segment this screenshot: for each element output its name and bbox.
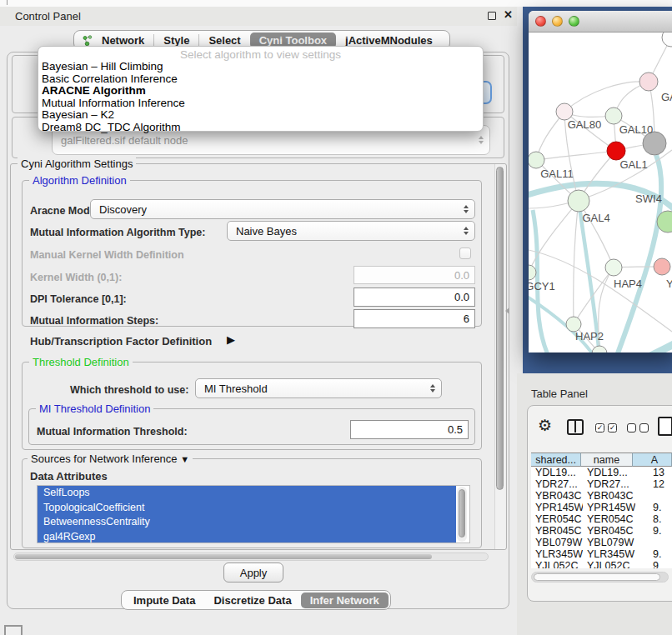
table-row[interactable]: YBL079W YBL079W bbox=[531, 537, 672, 548]
table-settings-gear-icon[interactable]: ⚙ bbox=[538, 418, 552, 434]
network-data-value: galFiltered.sif default node bbox=[61, 134, 188, 147]
mi-threshold-label: Mutual Information Threshold: bbox=[37, 426, 188, 438]
node-label: HAP4 bbox=[614, 278, 642, 290]
node-gal80[interactable] bbox=[556, 103, 573, 120]
data-attributes-label: Data Attributes bbox=[30, 470, 108, 482]
table-hscrollbar-thumb[interactable] bbox=[534, 573, 660, 581]
dpi-tolerance-label: DPI Tolerance [0,1]: bbox=[30, 293, 127, 306]
manual-kernel-checkbox[interactable] bbox=[459, 248, 471, 259]
tab-infer-network[interactable]: Infer Network bbox=[301, 592, 389, 608]
network-window-titlebar[interactable] bbox=[529, 11, 672, 32]
table-row[interactable]: YDL19... YDL19... 13 bbox=[531, 467, 672, 478]
node-gal-pink[interactable] bbox=[639, 72, 658, 91]
dropdown-item[interactable]: Bayesian – K2 bbox=[38, 109, 483, 122]
tab-discretize-data[interactable]: Discretize Data bbox=[204, 592, 300, 608]
node-label: GAL4 bbox=[582, 212, 609, 224]
select-all-columns-icon[interactable]: ✓ bbox=[595, 423, 604, 432]
node-label: HAP2 bbox=[575, 330, 604, 342]
column-header-shared[interactable]: shared... bbox=[531, 452, 581, 467]
hub-expand-icon[interactable]: ▶ bbox=[227, 333, 235, 346]
node-label: Y bbox=[666, 278, 672, 290]
table-row[interactable]: YPR145W YPR145W 9. bbox=[531, 502, 672, 513]
node-gal1[interactable] bbox=[607, 142, 625, 160]
window-zoom-button[interactable] bbox=[569, 16, 579, 27]
kernel-width-label: Kernel Width (0,1): bbox=[30, 272, 122, 284]
dropdown-item[interactable]: Dream8 DC_TDC Algorithm bbox=[38, 122, 483, 134]
table-row[interactable]: YBR043C YBR043C bbox=[531, 490, 672, 502]
top-strip bbox=[0, 0, 672, 7]
mi-threshold-input[interactable]: 0.5 bbox=[350, 420, 469, 439]
deselect-all-columns-icon[interactable] bbox=[627, 423, 636, 432]
network-tab-icon bbox=[83, 35, 93, 47]
dropdown-item-selected[interactable]: ARACNE Algorithm bbox=[38, 85, 483, 98]
dropdown-item[interactable]: Mutual Information Inference bbox=[38, 98, 483, 110]
column-header-name[interactable]: name bbox=[581, 452, 632, 467]
node-gal11[interactable] bbox=[529, 152, 544, 168]
node-hap4[interactable] bbox=[605, 259, 622, 276]
spinner-arrows-icon bbox=[464, 205, 469, 213]
data-attributes-list: SelfLoops TopologicalCoefficient Between… bbox=[37, 485, 470, 543]
table-header: shared... name A bbox=[531, 452, 672, 467]
attributes-list-vscrollbar-thumb[interactable] bbox=[459, 489, 465, 538]
node-gal10[interactable] bbox=[605, 108, 622, 124]
mi-type-select[interactable]: Naive Bayes bbox=[227, 221, 475, 241]
settings-hscrollbar-thumb[interactable] bbox=[15, 554, 432, 559]
float-panel-icon[interactable] bbox=[488, 12, 496, 20]
column-header-partial[interactable]: A bbox=[633, 452, 672, 467]
table-row[interactable]: YBR045C YBR045C 9. bbox=[531, 525, 672, 537]
network-node-labels: GAL GAL80 GAL10 GAL1 GAL11 GAL4 SWI4 HAP… bbox=[529, 91, 672, 342]
new-table-file-icon[interactable] bbox=[658, 417, 672, 436]
split-columns-icon[interactable] bbox=[567, 419, 584, 435]
hub-definition-label[interactable]: Hub/Transcription Factor Definition bbox=[30, 335, 212, 348]
list-item-topologicalcoefficient[interactable]: TopologicalCoefficient bbox=[38, 501, 456, 516]
dropdown-item[interactable]: Basic Correlation Inference bbox=[38, 73, 483, 86]
control-panel: Control Panel ✕ Network Style Select bbox=[0, 7, 517, 635]
threshold-definition-title: Threshold Definition bbox=[29, 356, 133, 368]
splitter-collapse-icon[interactable] bbox=[505, 308, 509, 314]
list-item-selfloops[interactable]: SelfLoops bbox=[38, 486, 456, 501]
dpi-tolerance-input[interactable]: 0.0 bbox=[354, 288, 475, 307]
window-minimize-button[interactable] bbox=[552, 16, 563, 27]
node-label: GAL11 bbox=[540, 168, 574, 180]
which-threshold-select[interactable]: MI Threshold bbox=[195, 378, 442, 398]
table-row[interactable]: YLR345W YLR345W 9. bbox=[531, 548, 672, 560]
node-salmon[interactable] bbox=[654, 258, 670, 275]
deselect-all-columns-icon-2[interactable] bbox=[639, 423, 649, 432]
control-panel-title: Control Panel bbox=[15, 10, 81, 22]
sources-title: Sources for Network Inference bbox=[31, 452, 178, 465]
list-item-betweennesscentrality[interactable]: BetweennessCentrality bbox=[38, 515, 456, 530]
algorithm-dropdown-placeholder: Select algorithm to view settings bbox=[38, 48, 483, 61]
select-all-columns-icon-2[interactable]: ✓ bbox=[608, 423, 617, 432]
table-row[interactable]: YER054C YER054C 8. bbox=[531, 513, 672, 525]
screen: Control Panel ✕ Network Style Select bbox=[0, 0, 672, 635]
node-gcy1[interactable] bbox=[529, 265, 536, 280]
table-rows: YDL19... YDL19... 13 YDR27... YDR27... 1… bbox=[531, 467, 672, 568]
spinner-arrows-icon bbox=[479, 136, 484, 144]
sources-collapse-icon[interactable]: ▼ bbox=[180, 454, 189, 464]
network-canvas[interactable]: GAL GAL80 GAL10 GAL1 GAL11 GAL4 SWI4 HAP… bbox=[529, 32, 672, 352]
control-panel-titlebar: Control Panel ✕ bbox=[0, 7, 517, 26]
mi-type-label: Mutual Information Algorithm Type: bbox=[30, 227, 205, 239]
dropdown-item[interactable]: Bayesian – Hill Climbing bbox=[38, 61, 483, 73]
tab-impute-data[interactable]: Impute Data bbox=[124, 592, 204, 608]
node-unlabeled-top[interactable] bbox=[662, 32, 672, 47]
apply-button[interactable]: Apply bbox=[223, 562, 283, 582]
aracne-mode-select[interactable]: Discovery bbox=[90, 199, 475, 219]
settings-vscrollbar-thumb[interactable] bbox=[496, 167, 504, 490]
node-label: GAL1 bbox=[619, 158, 647, 171]
manual-kernel-label: Manual Kernel Width Definition bbox=[30, 249, 184, 262]
settings-title: Cyni Algorithm Settings bbox=[18, 158, 136, 170]
list-item-gal4rgexp[interactable]: gal4RGexp bbox=[38, 530, 456, 544]
minimized-panel-icon[interactable] bbox=[4, 625, 23, 635]
table-row[interactable]: YDR27... YDR27... 12 bbox=[531, 478, 672, 490]
spinner-arrows-icon bbox=[430, 384, 435, 392]
table-row[interactable]: YJL052C YJL052C 9 bbox=[531, 560, 672, 568]
kernel-width-input[interactable]: 0.0 bbox=[354, 266, 475, 284]
table-panel-title: Table Panel bbox=[531, 388, 588, 400]
node-gal4[interactable] bbox=[568, 190, 589, 212]
which-threshold-value: MI Threshold bbox=[204, 382, 268, 395]
close-panel-icon[interactable]: ✕ bbox=[504, 8, 513, 21]
bottom-tabbar: Impute Data Discretize Data Infer Networ… bbox=[121, 590, 391, 610]
window-close-button[interactable] bbox=[535, 16, 546, 27]
mi-steps-input[interactable]: 6 bbox=[354, 309, 475, 328]
